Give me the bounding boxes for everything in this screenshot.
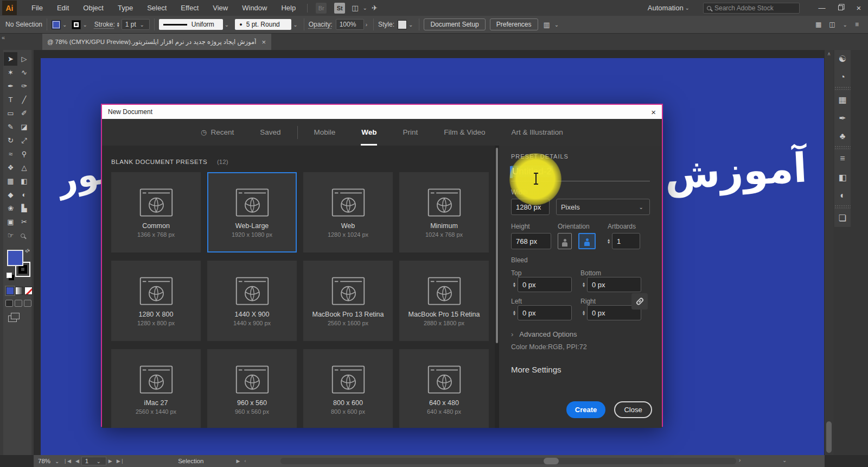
draw-behind-button[interactable] <box>15 300 22 307</box>
chevron-down-icon[interactable]: ⌄ <box>293 22 297 28</box>
stroke-label[interactable]: Stroke: <box>94 21 115 28</box>
height-input[interactable]: 768 px <box>511 233 551 249</box>
bleed-stepper[interactable]: ▴▾ <box>583 282 585 287</box>
paintbrush-tool[interactable]: ✐ <box>17 106 31 120</box>
selection-tool[interactable]: ➤ <box>4 52 17 66</box>
opacity-label[interactable]: Opacity: <box>309 21 333 28</box>
menu-effect[interactable]: Effect <box>174 4 206 12</box>
stroke-stepper[interactable]: ▴▾ <box>117 22 119 27</box>
fill-color-swatch[interactable] <box>52 20 61 29</box>
document-tab[interactable]: آموزش ایجاد پروژه جدید در نرم افزار ایلس… <box>42 34 271 50</box>
portrait-orientation-button[interactable] <box>558 233 572 249</box>
dialog-tab-print[interactable]: Print <box>403 119 418 146</box>
stroke-icon[interactable]: ≡ <box>834 149 851 168</box>
artboards-stepper[interactable]: ▴▾ <box>608 238 610 244</box>
align-options-icon[interactable]: ▥ <box>544 21 550 29</box>
zoom-level-value[interactable]: 78% <box>38 458 50 464</box>
preset-card-640-x-480[interactable]: 640 x 480640 x 480 px <box>399 349 489 428</box>
gradient-tool[interactable]: ◧ <box>17 174 31 188</box>
scale-tool[interactable]: ⤢ <box>17 134 31 147</box>
bleed-input[interactable]: 0 px <box>587 277 641 292</box>
menu-view[interactable]: View <box>206 4 235 12</box>
blend-tool[interactable]: ◐ <box>17 188 31 201</box>
vertical-scroll-thumb[interactable] <box>826 421 832 453</box>
color-guide-icon[interactable]: ◔ <box>834 68 851 86</box>
magic-wand-tool[interactable]: ✶ <box>4 66 17 79</box>
bleed-link-button[interactable] <box>631 293 648 310</box>
preset-card-800-x-600[interactable]: 800 x 600800 x 600 px <box>303 349 393 428</box>
collapse-left-icon[interactable]: « <box>2 34 5 41</box>
restore-button[interactable] <box>831 0 850 16</box>
preset-card-web[interactable]: Web1280 x 1024 px <box>303 172 393 253</box>
artboards-input[interactable]: 1 <box>612 233 640 249</box>
bleed-stepper[interactable]: ▴▾ <box>583 310 585 315</box>
default-fill-stroke-icon[interactable] <box>7 273 12 278</box>
chevron-down-icon[interactable]: ⌄ <box>554 22 559 28</box>
scroll-left-icon[interactable]: ‹ <box>244 458 246 464</box>
chevron-down-icon[interactable]: ⌄ <box>62 22 67 28</box>
direct-selection-tool[interactable]: ▷ <box>17 52 31 66</box>
artboard-tool[interactable]: ▣ <box>4 215 17 229</box>
eyedropper-tool[interactable]: ◆ <box>4 188 17 201</box>
color-mode-button[interactable] <box>6 287 14 295</box>
hand-tool[interactable]: ☞ <box>4 229 17 242</box>
create-button[interactable]: Create <box>566 401 605 418</box>
slice-tool[interactable]: ✂ <box>17 215 31 229</box>
stroke-weight-value[interactable]: 1 pt ⌄ <box>122 19 150 30</box>
prev-artboard-icon[interactable]: ◀ <box>75 458 79 464</box>
status-expand-icon[interactable]: ▶ <box>237 458 240 464</box>
shape-builder-tool[interactable]: ❖ <box>4 161 17 174</box>
brushes-icon[interactable]: ✒ <box>834 109 851 127</box>
eraser-tool[interactable]: ◪ <box>17 120 31 134</box>
screen-mode-button[interactable] <box>11 313 20 319</box>
dialog-tab-web[interactable]: Web <box>361 119 376 146</box>
close-button[interactable]: Close <box>614 401 652 418</box>
chevron-down-icon[interactable]: ⌄ <box>82 22 87 28</box>
preset-card-minimum[interactable]: Minimum1024 x 768 px <box>399 172 489 253</box>
dialog-tab-saved[interactable]: Saved <box>260 119 280 146</box>
preferences-button[interactable]: Preferences <box>490 18 538 30</box>
next-artboard-icon[interactable]: ▶ <box>108 458 112 464</box>
bleed-input[interactable]: 0 px <box>518 305 572 320</box>
chevron-right-icon[interactable]: › <box>366 22 367 28</box>
dialog-close-icon[interactable]: × <box>651 108 656 117</box>
document-setup-button[interactable]: Document Setup <box>424 18 485 30</box>
preset-card-imac-27[interactable]: iMac 272560 x 1440 px <box>111 349 201 428</box>
type-tool[interactable]: T <box>4 93 17 106</box>
line-segment-tool[interactable]: ╱ <box>17 93 31 106</box>
chevron-down-icon[interactable]: ⌄ <box>225 22 229 28</box>
close-tab-icon[interactable]: × <box>261 38 266 46</box>
units-dropdown[interactable]: Pixels ⌄ <box>556 199 650 215</box>
chevron-down-icon[interactable]: ⌄ <box>409 22 413 28</box>
artboards-icon[interactable]: ❏ <box>834 209 851 227</box>
dialog-tab-mobile[interactable]: Mobile <box>314 119 336 146</box>
column-graph-tool[interactable]: ▙ <box>17 201 31 215</box>
preset-card-macbook-pro-13-retina[interactable]: MacBook Pro 13 Retina2560 x 1600 px <box>303 261 393 341</box>
rotate-tool[interactable]: ↻ <box>4 134 17 147</box>
menu-edit[interactable]: Edit <box>50 4 76 12</box>
scroll-up-icon[interactable]: ∧ <box>827 51 831 56</box>
close-window-button[interactable]: × <box>850 0 868 16</box>
horizontal-scrollbar[interactable] <box>280 458 736 464</box>
preset-card-macbook-pro-15-retina[interactable]: MacBook Pro 15 Retina2880 x 1800 px <box>399 261 489 341</box>
artboard-number-field[interactable]: 1 ⌄ <box>81 457 106 465</box>
draw-normal-button[interactable] <box>5 300 13 307</box>
none-mode-button[interactable] <box>24 287 33 295</box>
shaper-tool[interactable]: ✎ <box>4 120 17 134</box>
horizontal-scroll-thumb[interactable] <box>544 458 559 464</box>
preset-card-1440-x-900[interactable]: 1440 X 9001440 x 900 px <box>207 261 297 341</box>
chevron-down-icon[interactable]: ⌄ <box>363 5 367 11</box>
advanced-options-toggle[interactable]: › Advanced Options <box>511 330 650 338</box>
bleed-input[interactable]: 0 px <box>518 277 572 292</box>
swatches-icon[interactable]: ▦ <box>834 90 851 109</box>
landscape-orientation-button[interactable] <box>578 233 596 249</box>
menu-file[interactable]: File <box>24 4 50 12</box>
chevron-down-icon[interactable]: ⌄ <box>782 457 787 463</box>
symbols-icon[interactable]: ♣ <box>834 127 851 146</box>
curvature-tool[interactable]: ✑ <box>17 79 31 93</box>
workspace-grid-icon[interactable]: ▦ <box>815 21 821 28</box>
width-tool[interactable]: ≈ <box>4 147 17 161</box>
dialog-tab-film-video[interactable]: Film & Video <box>444 119 485 146</box>
zoom-tool[interactable] <box>17 229 31 242</box>
variable-width-profile-dropdown[interactable]: Uniform <box>159 19 223 30</box>
